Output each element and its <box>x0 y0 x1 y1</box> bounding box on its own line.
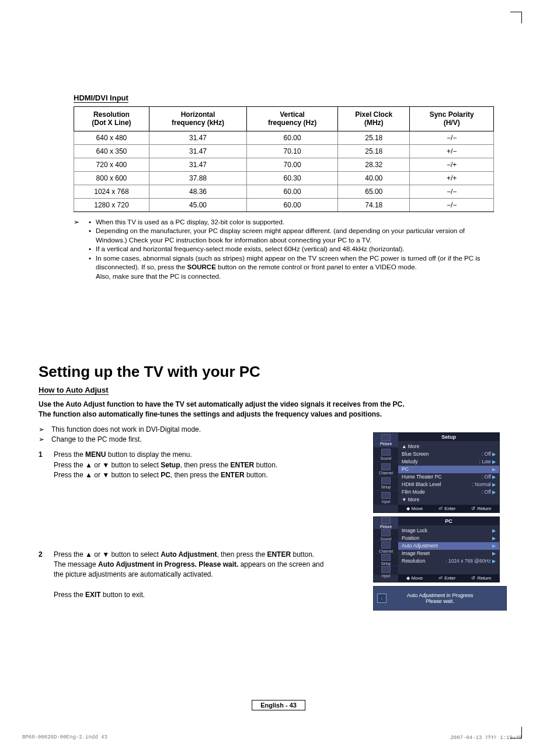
osd-setup: T V PictureSoundChannelSetupInput Setup … <box>373 432 500 513</box>
hdmi-dvi-table: Resolution(Dot X Line)Horizontalfrequenc… <box>74 106 494 212</box>
chevron-right-icon: ▶ <box>491 482 496 487</box>
osd-tab-icon <box>381 566 391 573</box>
section-title-hdmi: HDMI/DVI Input <box>74 93 128 103</box>
osd-tab-icon <box>381 554 391 561</box>
chevron-right-icon: ▶ <box>491 490 496 495</box>
table-notes: ➢ When this TV is used as a PC display, … <box>74 218 494 282</box>
osd-tab: Setup <box>374 554 398 566</box>
chevron-right-icon: ▶ <box>491 474 496 480</box>
osd-tab-icon <box>381 517 391 524</box>
table-header: Horizontalfrequency (kHz) <box>149 107 246 131</box>
osd-row: Film Mode: Off ▶ <box>402 488 496 496</box>
intro-text: Use the Auto Adjust function to have the… <box>39 400 459 418</box>
intro-line-1: Use the Auto Adjust function to have the… <box>39 400 459 409</box>
note-item: Depending on the manufacturer, your PC d… <box>96 227 494 245</box>
osd-row: ▲ More <box>402 443 496 450</box>
note-item: When this TV is used as a PC display, 32… <box>96 218 494 227</box>
chevron-right-icon: ▶ <box>491 459 496 464</box>
osd-tab: Setup <box>374 477 398 491</box>
howto-title: How to Auto Adjust <box>39 386 109 395</box>
osd-row: Image Reset ▶ <box>402 550 496 557</box>
table-row: 1280 x 72045.0060.0074.18−/− <box>74 198 494 211</box>
osd-tab-icon <box>381 449 391 456</box>
osd-row: Auto Adjustment ▶ <box>398 542 499 550</box>
osd-tab: Input <box>374 566 398 578</box>
chevron-right-icon: ▶ <box>492 528 496 533</box>
chevron-right-icon: ▶ <box>492 467 496 472</box>
osd-tab: Sound <box>374 448 398 462</box>
page-number: English - 43 <box>252 700 305 710</box>
table-header: Resolution(Dot X Line) <box>74 107 149 131</box>
osd-tab-icon <box>381 477 391 484</box>
print-footer: BP68-00626D-00Eng-2.indd 43 2007-04-13 ｿ… <box>22 734 522 741</box>
osd-row: Resolution: 1024 x 768 @60Hz ▶ <box>402 557 496 565</box>
chevron-right-icon: ▶ <box>492 536 496 541</box>
osd-title: Setup <box>398 433 499 441</box>
osd-tab: Picture <box>374 517 398 529</box>
table-row: 640 x 35031.4770.1025.18+/− <box>74 144 494 158</box>
osd-tab: Input <box>374 491 398 505</box>
osd-row: Blue Screen: Off ▶ <box>402 450 496 458</box>
intro-line-2: The function also automatically fine-tun… <box>39 410 459 419</box>
osd-pc: T V PictureSoundChannelSetupInput PC Ima… <box>373 516 500 582</box>
osd-row: ▼ More <box>402 496 496 504</box>
chevron-right-icon: ▶ <box>491 452 496 457</box>
osd-row: Position ▶ <box>402 535 496 542</box>
table-header: Sync Polarity(H/V) <box>410 107 494 131</box>
table-row: 1024 x 76848.3660.0065.00−/− <box>74 185 494 198</box>
osd-tab-icon <box>381 492 391 499</box>
osd-tab: Channel <box>374 462 398 477</box>
osd-tab: Channel <box>374 542 398 554</box>
osd-row: PC ▶ <box>398 466 499 473</box>
osd-row: Home Theater PC: Off ▶ <box>402 473 496 481</box>
osd-footer: ◆Move ⏎Enter ↺Return <box>398 505 499 512</box>
chevron-right-icon: ▶ <box>491 559 496 564</box>
table-row: 720 x 40031.4770.0028.32−/+ <box>74 158 494 171</box>
chevron-right-icon: ▶ <box>492 543 496 549</box>
table-header: Verticalfrequency (Hz) <box>247 107 338 131</box>
osd-tab: Picture <box>374 433 398 448</box>
osd-tab: Sound <box>374 529 398 542</box>
osd-tab-icon <box>381 434 391 441</box>
table-row: 800 x 60037.8860.3040.00+/+ <box>74 171 494 185</box>
note-item: In some cases, abnormal signals (such as… <box>96 254 494 282</box>
page-heading: Setting up the TV with your PC <box>39 363 518 381</box>
osd-toast: i Auto Adjustment in Progress Please wai… <box>373 586 507 611</box>
note-arrow: ➢ <box>74 218 79 282</box>
note-item: If a vertical and horizontal frequency-s… <box>96 245 494 254</box>
osd-footer: ◆Move ⏎Enter ↺Return <box>398 574 499 582</box>
osd-row: Image Lock ▶ <box>402 527 496 535</box>
table-row: 640 x 48031.4760.0025.18−/− <box>74 131 494 144</box>
osd-tab-icon <box>381 529 391 536</box>
info-icon: i <box>377 594 387 603</box>
chevron-right-icon: ▶ <box>492 551 496 556</box>
osd-tab-icon <box>381 542 391 549</box>
osd-tab-icon <box>381 463 391 470</box>
osd-row: HDMI Black Level: Normal ▶ <box>402 481 496 488</box>
osd-row: Melody: Low ▶ <box>402 458 496 466</box>
table-header: Pixel Clock(MHz) <box>338 107 410 131</box>
osd-title: PC <box>398 517 499 525</box>
